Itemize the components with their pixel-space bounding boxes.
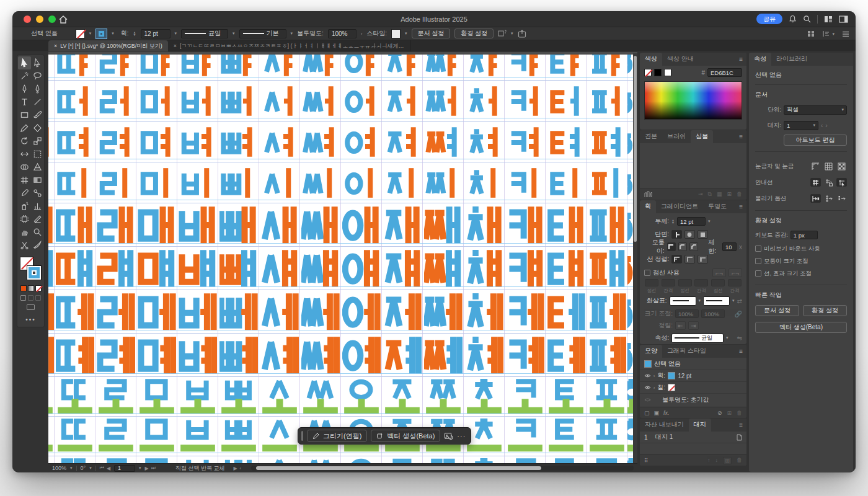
glyph-cell[interactable] xyxy=(382,377,423,416)
stroke-weight-field[interactable]: 12 pt xyxy=(141,29,170,38)
glyph-cell[interactable] xyxy=(95,334,136,376)
glyph-cell[interactable] xyxy=(218,290,259,333)
opacity-field[interactable]: 100% xyxy=(328,29,356,38)
panel-layout-icon[interactable] xyxy=(839,16,848,23)
next-artboard-chevron[interactable]: › xyxy=(825,122,827,129)
next-artboard-icon[interactable]: ▶ xyxy=(145,466,149,471)
glyph-cell[interactable] xyxy=(136,290,177,333)
glyph-cell[interactable] xyxy=(505,417,546,456)
magic-wand-tool[interactable] xyxy=(18,69,31,82)
glyph-cell[interactable] xyxy=(423,334,464,376)
first-artboard-icon[interactable]: ⏮ xyxy=(100,465,104,471)
glyph-cell[interactable] xyxy=(259,377,300,416)
lock-guides-icon[interactable] xyxy=(823,178,834,187)
glyph-cell[interactable] xyxy=(259,203,300,246)
hex-value-field[interactable]: ED6B1C xyxy=(707,68,742,77)
stroke-weight-caret-icon[interactable]: ▾ xyxy=(175,31,177,36)
fill-color-thumb[interactable] xyxy=(668,384,675,391)
glyph-cell[interactable] xyxy=(423,247,464,290)
vertical-scrollbar[interactable] xyxy=(633,53,637,463)
show-guides-icon[interactable] xyxy=(810,178,821,187)
profile-select[interactable]: 균일 xyxy=(671,334,724,343)
align-center-button[interactable] xyxy=(671,255,682,264)
glyph-cell[interactable] xyxy=(95,162,136,203)
zoom-level[interactable]: 100% xyxy=(52,465,66,471)
join-bevel-button[interactable] xyxy=(689,242,698,251)
notifications-bell-icon[interactable] xyxy=(789,15,797,23)
artboard-tool[interactable] xyxy=(18,213,31,226)
line-segment-tool[interactable] xyxy=(31,95,44,108)
fill-color-chip[interactable] xyxy=(76,29,85,38)
preferences-button[interactable]: 환경 설정 xyxy=(454,29,494,38)
clear-appearance-icon[interactable]: ⊘ xyxy=(717,410,722,416)
glyph-cell[interactable] xyxy=(464,55,505,80)
break-link-icon[interactable]: ⧉ xyxy=(708,191,712,198)
glyph-cell[interactable] xyxy=(218,81,259,121)
stroke-weight-stepper[interactable]: ▲▼ xyxy=(133,31,136,36)
glyph-cell[interactable] xyxy=(218,55,259,80)
expand-row-icon[interactable]: › xyxy=(653,374,655,378)
rotation-value[interactable]: 0° xyxy=(81,465,86,471)
lasso-tool[interactable] xyxy=(31,69,44,82)
glyph-cell[interactable] xyxy=(300,456,341,463)
perspective-grid-tool[interactable] xyxy=(31,161,44,174)
style-swatch[interactable] xyxy=(391,29,401,38)
glyph-cell[interactable] xyxy=(341,162,382,203)
artboard-page-icon[interactable] xyxy=(737,434,742,441)
glyph-cell[interactable] xyxy=(259,55,300,80)
visibility-eye-icon[interactable] xyxy=(644,397,651,402)
document-tab[interactable]: × [ㄱㄲㄴㄷㄸㄹㅁㅂㅃㅅㅆㅇㅈㅉㅊㅋㅌㅍㅎ] (ㅏㅑㅓㅕㅣㅐㅒㅔㅖㅗㅛㅡㅜㅠㅘ… xyxy=(168,40,411,51)
close-tab-icon[interactable]: × xyxy=(54,43,57,49)
glyph-cell[interactable] xyxy=(48,377,55,416)
generate-vectors-button[interactable]: 벡터 생성(Beta) xyxy=(371,430,440,442)
glyph-cell[interactable] xyxy=(136,81,177,121)
glyph-cell[interactable] xyxy=(177,55,218,80)
glyph-cell[interactable] xyxy=(177,334,218,376)
prev-artboard-chevron[interactable]: ‹ xyxy=(821,122,823,129)
glyph-cell[interactable] xyxy=(259,334,300,376)
glyph-cell[interactable] xyxy=(587,290,627,333)
width-profile-caret-icon[interactable]: ▾ xyxy=(232,31,235,36)
panel-menu-icon[interactable]: ≡ xyxy=(739,133,743,140)
width-tool[interactable] xyxy=(18,148,31,161)
hand-tool[interactable] xyxy=(18,226,31,239)
glyph-cell[interactable] xyxy=(48,417,55,456)
pen-tool[interactable] xyxy=(18,82,31,95)
glyph-cell[interactable] xyxy=(382,55,423,80)
preserve-dash-icon[interactable]: ⌐¬ xyxy=(712,268,726,277)
glyph-cell[interactable] xyxy=(300,122,341,162)
direct-selection-tool[interactable] xyxy=(31,56,44,69)
snap-to-point-icon[interactable] xyxy=(810,194,821,203)
shape-builder-tool[interactable] xyxy=(18,161,31,174)
cap-projecting-button[interactable] xyxy=(698,230,708,239)
glyph-cell[interactable] xyxy=(587,247,627,290)
glyph-cell[interactable] xyxy=(505,290,546,333)
glyph-cell[interactable] xyxy=(341,377,382,416)
glyph-cell[interactable] xyxy=(341,81,382,121)
panel-menu-icon[interactable]: ≡ xyxy=(739,422,743,428)
artboard-select[interactable]: 1 ▾ xyxy=(784,121,818,130)
glyph-cell[interactable] xyxy=(177,417,218,456)
glyph-cell[interactable] xyxy=(55,377,95,416)
glyph-cell[interactable] xyxy=(505,122,546,162)
glyph-cell[interactable] xyxy=(218,377,259,416)
rearrange-artboards-icon[interactable]: ⠿ xyxy=(644,458,649,464)
canvas[interactable]: 그리기(연필) 벡터 생성(Beta) ··· xyxy=(48,52,637,463)
rotate-tool[interactable] xyxy=(18,135,31,148)
glyph-cell[interactable] xyxy=(382,456,423,463)
glyph-cell[interactable] xyxy=(341,55,382,80)
fill-caret-icon[interactable]: ▾ xyxy=(89,31,92,36)
glyph-cell[interactable] xyxy=(587,417,627,456)
visibility-eye-icon[interactable] xyxy=(644,385,651,390)
glyph-cell[interactable] xyxy=(177,290,218,333)
delete-item-icon[interactable]: 🗑 xyxy=(737,410,742,416)
glyph-cell[interactable] xyxy=(423,122,464,162)
document-setup-button[interactable]: 문서 설정 xyxy=(412,29,451,38)
glyph-cell[interactable] xyxy=(95,247,136,290)
glyph-cell[interactable] xyxy=(546,55,587,80)
glyph-cell[interactable] xyxy=(587,203,627,246)
glyph-cell[interactable] xyxy=(55,247,95,290)
scale-tool[interactable] xyxy=(31,135,44,148)
opacity-expand-icon[interactable]: › xyxy=(361,32,362,36)
cap-round-button[interactable] xyxy=(684,230,695,239)
